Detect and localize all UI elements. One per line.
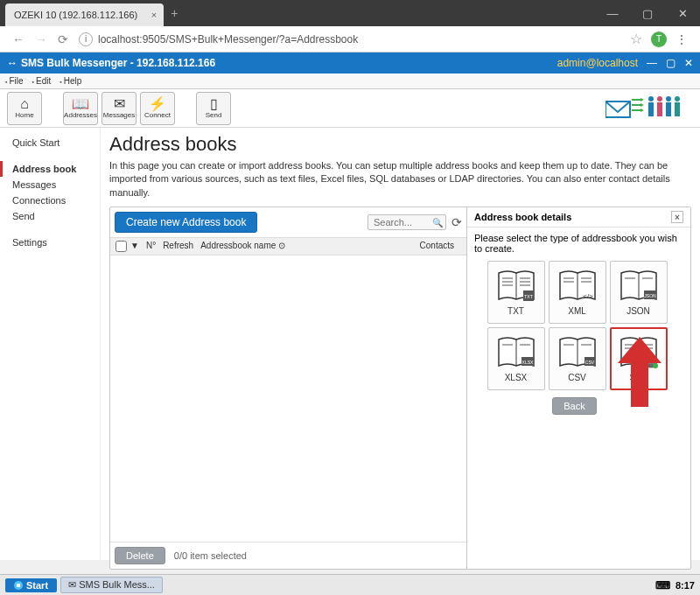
type-txt[interactable]: TXTTXT [487, 261, 545, 324]
clock-time: 8:17 [676, 580, 695, 591]
details-title: Address book details [474, 212, 571, 222]
details-close-icon[interactable]: × [671, 211, 683, 223]
book-icon: CSV [558, 336, 597, 369]
type-xml[interactable]: </>XML [549, 261, 606, 324]
svg-point-4 [648, 96, 654, 102]
sidebar-connections[interactable]: Connections [0, 192, 100, 208]
svg-point-6 [657, 96, 662, 102]
back-button[interactable]: Back [552, 397, 596, 415]
start-button[interactable]: Start [5, 578, 57, 592]
site-info-icon[interactable]: i [79, 32, 93, 46]
book-icon: TXT [497, 270, 536, 303]
browser-menu-icon[interactable]: ⋮ [676, 32, 688, 46]
window-controls: — ▢ ✕ [595, 0, 700, 26]
sidebar-quick-start[interactable]: Quick Start [0, 135, 100, 150]
user-label[interactable]: admin@localhost [557, 57, 638, 69]
list-body [110, 256, 466, 542]
type-csv[interactable]: CSVCSV [549, 327, 606, 390]
menu-help[interactable]: Help [60, 76, 81, 86]
svg-rect-5 [648, 102, 654, 116]
menu-edit[interactable]: Edit [32, 76, 52, 86]
url-text[interactable]: localhost:9505/SMS+Bulk+Messenger/?a=Add… [98, 33, 625, 46]
col-name[interactable]: Addressbook name ⊙ [200, 241, 412, 252]
svg-rect-7 [657, 102, 662, 116]
book-icon: XLSX [497, 336, 536, 369]
browser-addressbar: ← → ⟳ i localhost:9505/SMS+Bulk+Messenge… [0, 26, 700, 52]
svg-text:</>: </> [583, 292, 593, 300]
content: Address books In this page you can creat… [101, 128, 700, 560]
main-area: Quick Start Address book Messages Connec… [0, 128, 700, 560]
create-addressbook-button[interactable]: Create new Address book [115, 212, 257, 233]
toolbar-connect[interactable]: ⚡Connect [140, 92, 175, 125]
sidebar-send[interactable]: Send [0, 208, 100, 224]
col-num[interactable]: N° [146, 241, 156, 252]
svg-point-10 [675, 96, 680, 102]
refresh-icon[interactable]: ⟳ [452, 215, 462, 229]
tab-close-icon[interactable]: × [151, 10, 157, 20]
select-all-checkbox[interactable] [116, 241, 127, 252]
svg-marker-1 [640, 98, 644, 102]
col-contacts[interactable]: Contacts [420, 241, 454, 252]
toolbar-home[interactable]: ⌂Home [7, 92, 42, 125]
details-pane: Address book details × Please select the… [467, 207, 690, 569]
svg-point-8 [666, 96, 671, 102]
home-icon: ⌂ [20, 97, 29, 111]
taskbar-app[interactable]: ✉ SMS Bulk Mess... [60, 577, 163, 593]
book-icon: JSON [620, 270, 658, 303]
selection-status: 0/0 item selected [174, 550, 247, 561]
keyboard-icon[interactable]: ⌨ [655, 579, 670, 592]
sidebar-settings[interactable]: Settings [0, 234, 100, 250]
svg-rect-11 [675, 102, 680, 116]
envelope-icon: ✉ [114, 97, 125, 111]
col-refresh[interactable]: Refresh [163, 241, 193, 252]
header-logo-icon [606, 93, 693, 124]
menu-file[interactable]: File [5, 76, 24, 86]
toolbar-addresses[interactable]: 📖Addresses [63, 92, 98, 125]
bookmark-star-icon[interactable]: ☆ [630, 31, 642, 47]
svg-marker-3 [640, 108, 644, 112]
toolbar-messages[interactable]: ✉Messages [102, 92, 136, 125]
menubar: File Edit Help [0, 74, 700, 89]
nav-reload-icon[interactable]: ⟳ [58, 32, 68, 46]
phone-icon: ▯ [210, 97, 218, 111]
window-maximize-icon[interactable]: ▢ [630, 0, 665, 26]
svg-text:CSV: CSV [584, 360, 594, 365]
sidebar-address-book[interactable]: Address book [0, 161, 100, 177]
browser-tab[interactable]: OZEKI 10 (192.168.112.166) × [5, 4, 164, 26]
search-icon[interactable]: 🔍 [432, 218, 443, 228]
sidebar-messages[interactable]: Messages [0, 177, 100, 192]
type-sql[interactable]: SQL [610, 327, 668, 390]
page-title: Address books [109, 133, 691, 156]
type-xlsx[interactable]: XLSXXLSX [487, 327, 545, 390]
type-json[interactable]: JSONJSON [610, 261, 668, 324]
sidebar: Quick Start Address book Messages Connec… [0, 128, 101, 560]
svg-point-50 [653, 363, 658, 368]
nav-forward-icon[interactable]: → [35, 32, 47, 46]
app-title: SMS Bulk Messenger - 192.168.112.166 [7, 57, 215, 69]
toolbar-send[interactable]: ▯Send [196, 92, 231, 125]
sort-indicator-icon: ⊙ [278, 241, 285, 250]
svg-marker-2 [640, 103, 644, 107]
taskbar-clock: ⌨ 8:17 [655, 579, 695, 592]
window-close-icon[interactable]: ✕ [665, 0, 700, 26]
main-panel: Create new Address book 🔍 ⟳ ▼ N° Refresh… [109, 206, 691, 570]
new-tab-button[interactable]: + [171, 6, 178, 20]
nav-back-icon[interactable]: ← [12, 32, 24, 46]
book-icon: </> [558, 270, 597, 303]
app-maximize-icon[interactable]: ▢ [666, 57, 676, 69]
plug-icon: ⚡ [149, 97, 166, 111]
profile-avatar[interactable]: T [651, 32, 667, 47]
browser-titlebar: OZEKI 10 (192.168.112.166) × + — ▢ ✕ [0, 0, 700, 26]
svg-rect-9 [666, 102, 671, 116]
app-close-icon[interactable]: ✕ [684, 57, 693, 69]
book-icon: 📖 [72, 97, 89, 111]
delete-button[interactable]: Delete [115, 547, 165, 564]
col-sort[interactable]: ▼ [130, 241, 139, 252]
toolbar: ⌂Home 📖Addresses ✉Messages ⚡Connect ▯Sen… [0, 89, 700, 128]
svg-text:JSON: JSON [644, 293, 656, 298]
window-minimize-icon[interactable]: — [595, 0, 630, 26]
list-pane: Create new Address book 🔍 ⟳ ▼ N° Refresh… [110, 207, 467, 569]
app-minimize-icon[interactable]: — [647, 57, 657, 69]
details-instruction: Please select the type of addressbook yo… [474, 233, 683, 254]
taskbar-app-icon: ✉ [68, 579, 76, 590]
